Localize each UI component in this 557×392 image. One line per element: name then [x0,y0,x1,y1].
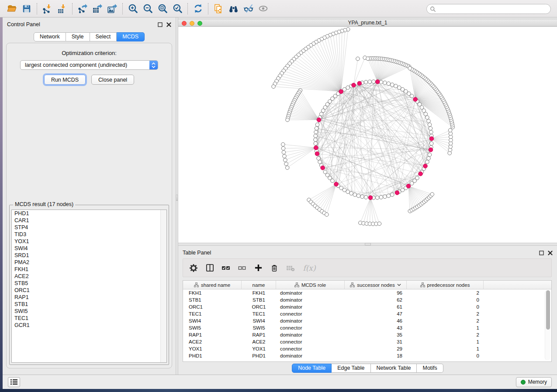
table-row[interactable]: FKH1FKH1dominator962 [183,289,551,296]
graph-node[interactable] [272,85,276,89]
graph-node[interactable] [390,83,394,87]
apply-layout-button[interactable] [190,2,205,16]
graph-node[interactable] [315,127,318,131]
graph-node[interactable] [356,57,360,61]
criterion-select[interactable]: largest connected component (undirected) [20,60,158,70]
select-all-columns-button[interactable] [220,262,232,274]
graph-node[interactable] [314,130,318,134]
float-panel-icon[interactable] [539,251,544,255]
mcds-result-item[interactable]: PMA2 [12,259,166,266]
graph-node[interactable] [372,80,376,84]
horizontal-splitter[interactable] [178,243,557,246]
mcds-result-item[interactable]: TEC1 [12,315,166,322]
table-row[interactable]: ACE2ACE2connector311 [183,338,551,345]
column-header-name[interactable]: name [242,281,276,289]
graph-node[interactable] [387,194,391,198]
graph-node[interactable] [314,141,318,145]
graph-node[interactable] [346,190,350,194]
mcds-result-item[interactable]: FKH1 [12,266,166,273]
graph-hub-node[interactable] [413,97,418,102]
graph-node[interactable] [284,162,288,166]
graph-hub-node[interactable] [429,148,433,152]
graph-node[interactable] [353,193,357,197]
function-builder-button[interactable]: f(x) [301,262,318,274]
table-row[interactable]: SWI5SWI5connector431 [183,324,551,331]
search-input[interactable] [436,5,550,13]
search-box[interactable] [426,4,551,14]
graph-hub-node[interactable] [321,166,325,170]
graph-hub-node[interactable] [352,83,356,87]
run-mcds-button[interactable]: Run MCDS [44,75,86,85]
zoom-out-button[interactable] [140,2,155,16]
import-table-button[interactable] [55,2,69,16]
graph-node[interactable] [415,176,419,180]
graph-node[interactable] [429,141,433,145]
float-panel-icon[interactable] [158,22,163,27]
graph-node[interactable] [331,179,335,183]
graph-hub-node[interactable] [339,89,343,94]
table-settings-button[interactable] [187,262,200,274]
tab-node-table[interactable]: Node Table [292,364,332,373]
graph-node[interactable] [427,119,431,123]
graph-node[interactable] [318,160,322,164]
graph-node[interactable] [428,123,432,127]
graph-node[interactable] [368,80,372,84]
tab-network-table[interactable]: Network Table [371,364,417,373]
graph-node[interactable] [429,127,432,131]
graph-hub-node[interactable] [315,151,319,156]
graph-node[interactable] [314,138,318,142]
import-network-button[interactable] [40,2,55,16]
graph-node[interactable] [286,118,290,122]
column-header-MCDS-role[interactable]: MCDS role [276,281,345,289]
graph-node[interactable] [430,193,434,196]
graph-hub-node[interactable] [375,80,380,84]
window-zoom-button[interactable] [197,21,202,26]
table-row[interactable]: PHD1PHD1dominator180 [183,352,551,359]
graph-node[interactable] [426,160,429,164]
table-row[interactable]: RAP1RAP1dominator352 [183,331,551,338]
graph-node[interactable] [383,81,387,85]
network-graph[interactable] [178,27,557,243]
graph-hub-node[interactable] [406,184,411,188]
show-all-button[interactable] [256,2,270,16]
graph-node[interactable] [390,193,394,197]
graph-hub-node[interactable] [368,196,373,200]
graph-hub-node[interactable] [419,172,423,176]
mcds-result-item[interactable]: RAP1 [12,294,166,301]
unselect-all-columns-button[interactable] [236,262,248,274]
column-header-shared-name[interactable]: shared name [183,281,242,289]
graph-node[interactable] [319,112,323,116]
tab-select[interactable]: Select [90,32,117,41]
mcds-result-item[interactable]: SWI5 [12,308,166,315]
graph-hub-node[interactable] [317,118,321,122]
graph-node[interactable] [282,151,286,155]
save-session-button[interactable] [19,2,34,16]
mcds-result-item[interactable]: ACE2 [12,273,166,280]
network-canvas[interactable] [178,27,557,243]
graph-hub-node[interactable] [334,182,339,186]
export-table-button[interactable] [90,2,105,16]
zoom-fit-button[interactable] [155,2,170,16]
clone-network-button[interactable] [211,2,226,16]
find-button[interactable] [226,2,241,16]
open-file-button[interactable] [4,2,19,16]
graph-hub-node[interactable] [357,81,362,86]
memory-button[interactable]: Memory [516,377,552,387]
graph-node[interactable] [375,196,379,199]
zoom-in-button[interactable] [125,2,140,16]
graph-node[interactable] [426,116,429,120]
table-row[interactable]: YOX1YOX1connector291 [183,345,551,352]
graph-node[interactable] [360,195,364,199]
graph-node[interactable] [281,147,285,151]
table-row[interactable]: ORC1ORC1dominator610 [183,303,551,310]
tab-edge-table[interactable]: Edge Table [332,364,370,373]
graph-node[interactable] [387,82,391,86]
graph-node[interactable] [427,156,431,160]
tab-network[interactable]: Network [34,32,66,41]
close-panel-icon[interactable] [548,251,553,255]
zoom-selected-button[interactable] [170,2,185,16]
tab-style[interactable]: Style [66,32,90,41]
graph-node[interactable] [408,66,412,70]
export-network-button[interactable] [75,2,90,16]
tab-mcds[interactable]: MCDS [117,32,145,41]
